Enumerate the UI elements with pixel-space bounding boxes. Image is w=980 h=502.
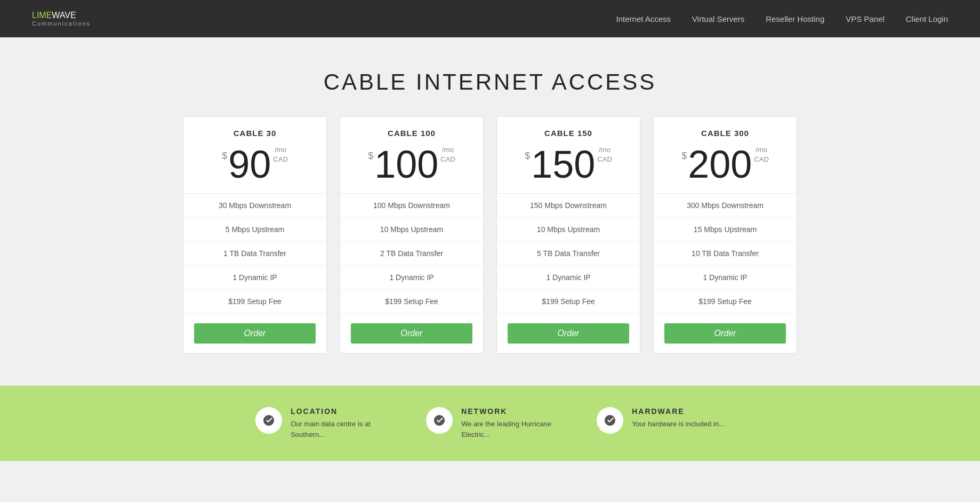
feature-row-0-0: 30 Mbps Downstream	[183, 194, 326, 218]
feature-row-3-1: 15 Mbps Upstream	[654, 218, 797, 242]
nav-link-reseller-hosting[interactable]: Reseller Hosting	[766, 14, 824, 23]
feature-row-0-3: 1 Dynamic IP	[183, 266, 326, 290]
card-footer-1: Order	[340, 314, 483, 353]
order-button-0[interactable]: Order	[194, 323, 316, 344]
bottom-item-0: LOCATION Our main data centre is at Sout…	[255, 407, 383, 440]
page-title-section: CABLE INTERNET ACCESS	[0, 37, 980, 116]
bottom-desc-2: Your hardware is included in...	[632, 419, 725, 429]
dollar-sign-1: $	[368, 150, 373, 162]
site-header: LIMEWAVE Communications Internet AccessV…	[0, 0, 980, 37]
price-block-2: $ 150 /mo CAD	[508, 145, 629, 184]
feature-row-0-4: $199 Setup Fee	[183, 290, 326, 314]
price-suffix-2: /mo CAD	[597, 145, 612, 169]
card-footer-3: Order	[654, 314, 797, 353]
feature-row-2-1: 10 Mbps Upstream	[497, 218, 640, 242]
price-amount-3: 200	[688, 145, 752, 184]
price-mo-0: /mo	[273, 145, 287, 155]
feature-row-1-0: 100 Mbps Downstream	[340, 194, 483, 218]
card-header-1: CABLE 100 $ 100 /mo CAD	[340, 117, 483, 194]
feature-row-2-4: $199 Setup Fee	[497, 290, 640, 314]
price-block-1: $ 100 /mo CAD	[351, 145, 472, 184]
feature-row-2-2: 5 TB Data Transfer	[497, 242, 640, 266]
logo-wave: WAVE	[52, 11, 76, 20]
card-title-1: CABLE 100	[351, 129, 472, 138]
bottom-label-0: LOCATION	[291, 407, 383, 416]
feature-row-1-2: 2 TB Data Transfer	[340, 242, 483, 266]
price-cad-1: CAD	[440, 155, 455, 164]
feature-row-3-4: $199 Setup Fee	[654, 290, 797, 314]
bottom-icon-1	[426, 407, 453, 434]
bottom-text-2: HARDWARE Your hardware is included in...	[632, 407, 725, 429]
page-title: CABLE INTERNET ACCESS	[11, 69, 969, 95]
bottom-item-1: NETWORK We are the leading Hurricane Ele…	[426, 407, 554, 440]
bottom-desc-0: Our main data centre is at Southern...	[291, 419, 383, 440]
card-features-2: 150 Mbps Downstream10 Mbps Upstream5 TB …	[497, 194, 640, 314]
feature-row-0-2: 1 TB Data Transfer	[183, 242, 326, 266]
nav-link-internet-access[interactable]: Internet Access	[616, 14, 671, 23]
card-header-3: CABLE 300 $ 200 /mo CAD	[654, 117, 797, 194]
bottom-icon-2	[597, 407, 623, 434]
price-block-0: $ 90 /mo CAD	[194, 145, 316, 184]
pricing-cards-section: CABLE 30 $ 90 /mo CAD 30 Mbps Downstream…	[0, 116, 980, 386]
card-footer-0: Order	[183, 314, 326, 353]
bottom-label-2: HARDWARE	[632, 407, 725, 416]
nav-link-virtual-servers[interactable]: Virtual Servers	[692, 14, 744, 23]
card-footer-2: Order	[497, 314, 640, 353]
pricing-card-1: CABLE 100 $ 100 /mo CAD 100 Mbps Downstr…	[340, 116, 484, 354]
feature-row-2-3: 1 Dynamic IP	[497, 266, 640, 290]
feature-row-1-4: $199 Setup Fee	[340, 290, 483, 314]
dollar-sign-0: $	[222, 150, 227, 162]
nav-link-vps-panel[interactable]: VPS Panel	[846, 14, 885, 23]
order-button-1[interactable]: Order	[351, 323, 472, 344]
bottom-icon-0	[255, 407, 282, 434]
bottom-desc-1: We are the leading Hurricane Electric...	[461, 419, 554, 440]
card-header-0: CABLE 30 $ 90 /mo CAD	[183, 117, 326, 194]
bottom-item-2: HARDWARE Your hardware is included in...	[597, 407, 725, 440]
price-mo-2: /mo	[597, 145, 612, 155]
price-amount-2: 150	[531, 145, 595, 184]
price-suffix-0: /mo CAD	[273, 145, 287, 169]
dollar-sign-3: $	[681, 150, 687, 162]
bottom-label-1: NETWORK	[461, 407, 554, 416]
site-logo: LIMEWAVE Communications	[32, 11, 91, 27]
feature-row-0-1: 5 Mbps Upstream	[183, 218, 326, 242]
dollar-sign-2: $	[525, 150, 530, 162]
main-nav: Internet AccessVirtual ServersReseller H…	[616, 14, 948, 23]
feature-row-1-3: 1 Dynamic IP	[340, 266, 483, 290]
price-cad-3: CAD	[754, 155, 768, 164]
price-cad-2: CAD	[597, 155, 612, 164]
bottom-text-0: LOCATION Our main data centre is at Sout…	[291, 407, 383, 440]
feature-row-1-1: 10 Mbps Upstream	[340, 218, 483, 242]
price-suffix-1: /mo CAD	[440, 145, 455, 169]
card-features-1: 100 Mbps Downstream10 Mbps Upstream2 TB …	[340, 194, 483, 314]
price-suffix-3: /mo CAD	[754, 145, 768, 169]
order-button-2[interactable]: Order	[508, 323, 629, 344]
price-amount-1: 100	[374, 145, 438, 184]
logo-sub: Communications	[32, 21, 91, 27]
feature-row-3-0: 300 Mbps Downstream	[654, 194, 797, 218]
pricing-card-2: CABLE 150 $ 150 /mo CAD 150 Mbps Downstr…	[496, 116, 640, 354]
pricing-card-0: CABLE 30 $ 90 /mo CAD 30 Mbps Downstream…	[183, 116, 327, 354]
price-mo-1: /mo	[440, 145, 455, 155]
bottom-features-section: LOCATION Our main data centre is at Sout…	[0, 386, 980, 461]
nav-link-client-login[interactable]: Client Login	[906, 14, 948, 23]
logo-lime: LIME	[32, 11, 52, 20]
price-amount-0: 90	[228, 145, 271, 184]
card-title-3: CABLE 300	[664, 129, 786, 138]
price-cad-0: CAD	[273, 155, 287, 164]
price-block-3: $ 200 /mo CAD	[664, 145, 786, 184]
card-features-0: 30 Mbps Downstream5 Mbps Upstream1 TB Da…	[183, 194, 326, 314]
card-header-2: CABLE 150 $ 150 /mo CAD	[497, 117, 640, 194]
feature-row-3-2: 10 TB Data Transfer	[654, 242, 797, 266]
bottom-text-1: NETWORK We are the leading Hurricane Ele…	[461, 407, 554, 440]
price-mo-3: /mo	[754, 145, 768, 155]
feature-row-2-0: 150 Mbps Downstream	[497, 194, 640, 218]
card-title-0: CABLE 30	[194, 129, 316, 138]
card-title-2: CABLE 150	[508, 129, 629, 138]
pricing-card-3: CABLE 300 $ 200 /mo CAD 300 Mbps Downstr…	[653, 116, 797, 354]
feature-row-3-3: 1 Dynamic IP	[654, 266, 797, 290]
card-features-3: 300 Mbps Downstream15 Mbps Upstream10 TB…	[654, 194, 797, 314]
order-button-3[interactable]: Order	[664, 323, 786, 344]
